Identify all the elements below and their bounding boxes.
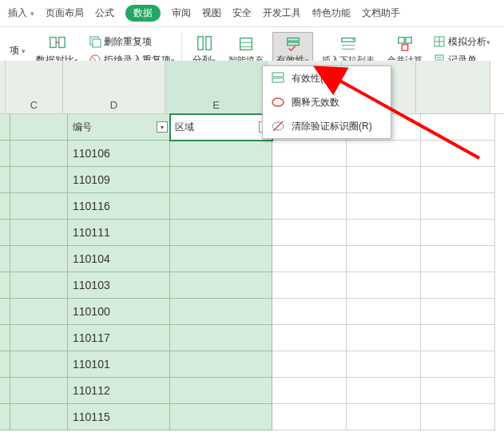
cell[interactable] [272, 246, 347, 272]
cell-region[interactable] [170, 299, 272, 325]
cell[interactable] [272, 351, 347, 378]
cell-region[interactable] [170, 378, 272, 404]
cell[interactable] [0, 114, 10, 141]
menu-page-layout[interactable]: 页面布局 [46, 6, 84, 20]
cell-region[interactable] [170, 220, 272, 246]
col-header-h[interactable] [416, 61, 490, 113]
cell-id[interactable]: 110106 [68, 141, 170, 167]
cell-region[interactable] [170, 325, 272, 351]
cell-region[interactable] [170, 141, 272, 167]
cell[interactable] [10, 141, 68, 167]
menu-dev-tools[interactable]: 开发工具 [263, 6, 301, 20]
menu-item-clear-circles[interactable]: 清除验证标识圈(R) [263, 114, 391, 138]
cell[interactable] [421, 141, 495, 167]
menu-item-validity[interactable]: 有效性(V) [263, 66, 391, 90]
cell-id[interactable]: 110100 [68, 299, 170, 325]
cell-id[interactable]: 110112 [68, 378, 170, 404]
cell-region[interactable] [170, 272, 272, 299]
cell[interactable] [421, 246, 495, 272]
cell[interactable] [0, 325, 10, 351]
cell[interactable] [0, 167, 10, 193]
cell-region[interactable] [170, 351, 272, 378]
cell[interactable] [0, 299, 10, 325]
cell[interactable] [347, 220, 421, 246]
cell-id[interactable]: 110109 [68, 167, 170, 193]
col-header-d[interactable]: D [63, 61, 165, 113]
cell[interactable] [0, 272, 10, 299]
cell[interactable] [10, 167, 68, 193]
cell[interactable] [347, 246, 421, 272]
filter-icon[interactable]: ▾ [157, 121, 168, 133]
cell[interactable] [347, 193, 421, 220]
menu-review[interactable]: 审阅 [172, 6, 191, 20]
cell[interactable] [421, 325, 495, 351]
cell[interactable] [10, 325, 68, 351]
cell[interactable] [272, 272, 347, 299]
cell[interactable] [0, 141, 10, 167]
cell[interactable] [10, 378, 68, 404]
menu-special[interactable]: 特色功能 [312, 6, 351, 20]
cell[interactable] [347, 378, 421, 404]
header-cell-region[interactable]: 区域▾ [170, 114, 272, 141]
menu-view[interactable]: 视图 [202, 6, 221, 20]
menu-security[interactable]: 安全 [232, 6, 252, 20]
cell[interactable] [10, 272, 68, 299]
cell[interactable] [10, 246, 68, 272]
cell[interactable] [347, 325, 421, 351]
options-button[interactable]: 项▾ [8, 43, 27, 58]
cell[interactable] [0, 404, 10, 430]
cell[interactable] [421, 193, 495, 220]
cell-id[interactable]: 110101 [68, 351, 170, 378]
cell[interactable] [347, 299, 421, 325]
col-header-c[interactable]: C [6, 61, 63, 113]
cell-id[interactable]: 110103 [68, 272, 170, 299]
cell[interactable] [272, 404, 347, 430]
cell-id[interactable]: 110104 [68, 246, 170, 272]
cell[interactable] [0, 246, 10, 272]
menu-formula[interactable]: 公式 [95, 6, 114, 20]
cell[interactable] [421, 351, 495, 378]
cell[interactable] [10, 193, 68, 220]
cell-region[interactable] [170, 193, 272, 220]
cell-region[interactable] [170, 404, 272, 430]
cell[interactable] [347, 351, 421, 378]
remove-duplicates-button[interactable]: 删除重复项 [87, 34, 177, 50]
what-if-button[interactable]: 模拟分析▾ [431, 34, 492, 50]
menu-doc-assist[interactable]: 文档助手 [362, 6, 400, 20]
cell[interactable] [10, 404, 68, 430]
cell[interactable] [272, 299, 347, 325]
menu-data[interactable]: 数据 [125, 5, 161, 22]
menu-insert[interactable]: 插入 [8, 6, 27, 20]
cell[interactable] [421, 220, 495, 246]
col-header-e[interactable]: E [165, 61, 268, 113]
header-cell-id[interactable]: 编号▾ [68, 114, 170, 141]
cell-id[interactable]: 110116 [68, 193, 170, 220]
cell[interactable] [347, 404, 421, 430]
cell-id[interactable]: 110117 [68, 325, 170, 351]
cell[interactable] [347, 141, 421, 167]
cell[interactable] [10, 114, 68, 141]
cell[interactable] [10, 220, 68, 246]
cell[interactable] [347, 167, 421, 193]
spreadsheet-grid[interactable]: C D E F G 编号▾ 区域▾ 1101061101091101161101… [0, 61, 504, 440]
cell[interactable] [10, 299, 68, 325]
cell[interactable] [272, 167, 347, 193]
cell[interactable] [0, 193, 10, 220]
col-header-b[interactable] [0, 61, 6, 113]
cell[interactable] [272, 220, 347, 246]
cell[interactable] [421, 167, 495, 193]
cell-region[interactable] [170, 167, 272, 193]
cell-id[interactable]: 110115 [68, 404, 170, 430]
cell[interactable] [272, 141, 347, 167]
cell[interactable] [421, 378, 495, 404]
cell[interactable] [272, 325, 347, 351]
cell[interactable] [421, 299, 495, 325]
cell[interactable] [421, 404, 495, 430]
cell[interactable] [421, 114, 495, 141]
cell[interactable] [421, 272, 495, 299]
cell[interactable] [347, 272, 421, 299]
cell[interactable] [10, 351, 68, 378]
cell[interactable] [0, 351, 10, 378]
cell[interactable] [0, 378, 10, 404]
cell[interactable] [0, 220, 10, 246]
